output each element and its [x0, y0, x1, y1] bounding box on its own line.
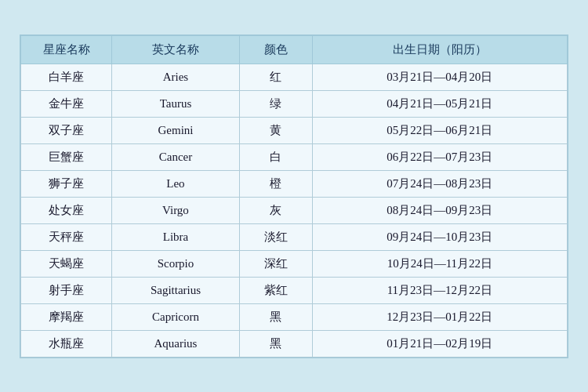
- cell-date: 03月21日—04月20日: [312, 64, 567, 90]
- cell-date: 09月24日—10月23日: [312, 223, 567, 250]
- cell-date: 08月24日—09月23日: [312, 197, 567, 223]
- cell-english: Scorpio: [112, 250, 240, 277]
- cell-color: 白: [239, 143, 312, 170]
- cell-english: Cancer: [112, 143, 240, 170]
- cell-color: 灰: [239, 197, 312, 223]
- cell-chinese: 射手座: [21, 277, 112, 303]
- table-row: 双子座Gemini黄05月22日—06月21日: [21, 117, 568, 143]
- cell-color: 淡红: [239, 223, 312, 250]
- cell-color: 黑: [239, 303, 312, 330]
- cell-english: Gemini: [112, 117, 240, 143]
- cell-english: Virgo: [112, 197, 240, 223]
- cell-english: Taurus: [112, 90, 240, 117]
- cell-color: 绿: [239, 90, 312, 117]
- table-row: 金牛座Taurus绿04月21日—05月21日: [21, 90, 568, 117]
- cell-chinese: 水瓶座: [21, 330, 112, 357]
- cell-chinese: 双子座: [21, 117, 112, 143]
- cell-chinese: 天秤座: [21, 223, 112, 250]
- table-row: 狮子座Leo橙07月24日—08月23日: [21, 170, 568, 197]
- cell-date: 01月21日—02月19日: [312, 330, 567, 357]
- cell-chinese: 摩羯座: [21, 303, 112, 330]
- cell-english: Sagittarius: [112, 277, 240, 303]
- cell-date: 06月22日—07月23日: [312, 143, 567, 170]
- cell-date: 12月23日—01月22日: [312, 303, 567, 330]
- zodiac-table-container: 星座名称 英文名称 颜色 出生日期（阳历） 白羊座Aries红03月21日—04…: [20, 34, 568, 358]
- cell-color: 橙: [239, 170, 312, 197]
- cell-chinese: 狮子座: [21, 170, 112, 197]
- cell-date: 04月21日—05月21日: [312, 90, 567, 117]
- cell-english: Libra: [112, 223, 240, 250]
- header-chinese: 星座名称: [21, 35, 112, 64]
- table-header-row: 星座名称 英文名称 颜色 出生日期（阳历）: [21, 35, 568, 64]
- cell-date: 07月24日—08月23日: [312, 170, 567, 197]
- header-color: 颜色: [239, 35, 312, 64]
- cell-chinese: 巨蟹座: [21, 143, 112, 170]
- table-body: 白羊座Aries红03月21日—04月20日金牛座Taurus绿04月21日—0…: [21, 64, 568, 357]
- cell-english: Aquarius: [112, 330, 240, 357]
- zodiac-table: 星座名称 英文名称 颜色 出生日期（阳历） 白羊座Aries红03月21日—04…: [20, 35, 568, 358]
- table-row: 水瓶座Aquarius黑01月21日—02月19日: [21, 330, 568, 357]
- cell-color: 深红: [239, 250, 312, 277]
- table-row: 天秤座Libra淡红09月24日—10月23日: [21, 223, 568, 250]
- table-row: 白羊座Aries红03月21日—04月20日: [21, 64, 568, 90]
- cell-date: 10月24日—11月22日: [312, 250, 567, 277]
- cell-color: 黑: [239, 330, 312, 357]
- table-row: 摩羯座Capricorn黑12月23日—01月22日: [21, 303, 568, 330]
- table-row: 天蝎座Scorpio深红10月24日—11月22日: [21, 250, 568, 277]
- header-english: 英文名称: [112, 35, 240, 64]
- cell-chinese: 处女座: [21, 197, 112, 223]
- cell-english: Aries: [112, 64, 240, 90]
- cell-chinese: 天蝎座: [21, 250, 112, 277]
- table-row: 处女座Virgo灰08月24日—09月23日: [21, 197, 568, 223]
- cell-color: 紫红: [239, 277, 312, 303]
- table-row: 巨蟹座Cancer白06月22日—07月23日: [21, 143, 568, 170]
- cell-chinese: 白羊座: [21, 64, 112, 90]
- cell-chinese: 金牛座: [21, 90, 112, 117]
- cell-color: 红: [239, 64, 312, 90]
- cell-color: 黄: [239, 117, 312, 143]
- table-row: 射手座Sagittarius紫红11月23日—12月22日: [21, 277, 568, 303]
- cell-date: 05月22日—06月21日: [312, 117, 567, 143]
- cell-english: Capricorn: [112, 303, 240, 330]
- cell-date: 11月23日—12月22日: [312, 277, 567, 303]
- cell-english: Leo: [112, 170, 240, 197]
- header-date: 出生日期（阳历）: [312, 35, 567, 64]
